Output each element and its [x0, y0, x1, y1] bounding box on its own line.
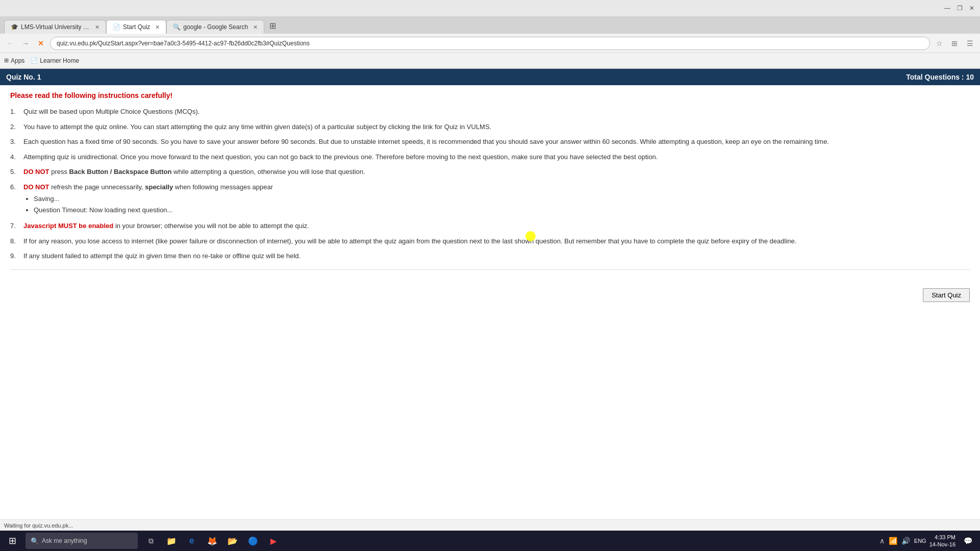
tab-google-title: google - Google Search [183, 23, 248, 31]
instruction-5-num: 5. [10, 167, 19, 177]
instruction-9-num: 9. [10, 251, 19, 261]
reload-button[interactable]: ✕ [35, 37, 47, 49]
instruction-1-num: 1. [10, 107, 19, 117]
instruction-5-text: DO NOT press Back Button / Backspace But… [23, 167, 365, 177]
start-quiz-area: Start Quiz [0, 284, 980, 306]
instruction-3-num: 3. [10, 137, 19, 147]
tab-lms-favicon: 🎓 [11, 23, 18, 31]
back-button[interactable]: ← [4, 37, 16, 49]
sub-item-saving: Saving... [34, 194, 273, 204]
start-quiz-button[interactable]: Start Quiz [923, 288, 970, 302]
instruction-9-text: If any student failed to attempt the qui… [23, 251, 300, 261]
sub-item-timeout: Question Timeout: Now loading next quest… [34, 205, 273, 215]
do-not-6: DO NOT [23, 183, 49, 191]
instruction-9: 9. If any student failed to attempt the … [10, 251, 970, 261]
minimize-button[interactable]: — [943, 4, 951, 12]
quiz-header: Quiz No. 1 Total Questions : 10 [0, 69, 980, 85]
js-enabled-text: Javascript MUST be enabled [23, 222, 113, 230]
extensions-button[interactable]: ⊞ [948, 37, 961, 49]
url-bar[interactable]: quiz.vu.edu.pk/QuizStart.aspx?ver=bae7a0… [50, 37, 930, 50]
window-controls: — ❐ ✕ [943, 4, 976, 12]
address-bar: ← → ✕ quiz.vu.edu.pk/QuizStart.aspx?ver=… [0, 34, 980, 53]
instructions-list: 1. Quiz will be based upon Multiple Choi… [10, 107, 970, 261]
instruction-7: 7. Javascript MUST be enabled in your br… [10, 221, 970, 231]
apps-icon: ⊞ [4, 57, 9, 64]
forward-button[interactable]: → [19, 37, 32, 49]
sub-list-6: Saving... Question Timeout: Now loading … [23, 194, 273, 215]
instruction-2-text: You have to attempt the quiz online. You… [23, 122, 491, 132]
tab-lms[interactable]: 🎓 LMS-Virtual University o... ✕ [4, 20, 106, 34]
content-divider [10, 269, 970, 270]
instruction-8: 8. If for any reason, you lose access to… [10, 236, 970, 246]
total-questions: Total Questions : 10 [906, 73, 974, 81]
instruction-2: 2. You have to attempt the quiz online. … [10, 122, 970, 132]
tab-lms-close[interactable]: ✕ [95, 24, 99, 31]
instruction-7-text: Javascript MUST be enabled in your brows… [23, 221, 309, 231]
instruction-1-text: Quiz will be based upon Multiple Choice … [23, 107, 199, 117]
menu-button[interactable]: ☰ [964, 37, 976, 49]
tab-startquiz-favicon: 📄 [113, 23, 120, 31]
instruction-4-text: Attempting quiz is unidirectional. Once … [23, 152, 658, 162]
close-button[interactable]: ✕ [968, 4, 976, 12]
tab-google-close[interactable]: ✕ [253, 24, 258, 31]
instruction-6-num: 6. [10, 182, 19, 216]
instruction-heading: Please read the following instructions c… [10, 91, 970, 99]
instruction-5: 5. DO NOT press Back Button / Backspace … [10, 167, 970, 177]
tab-startquiz-title: Start Quiz [123, 23, 150, 31]
instruction-3-text: Each question has a fixed time of 90 sec… [23, 137, 829, 147]
bookmark-apps[interactable]: ⊞ Apps [4, 57, 24, 64]
instruction-4: 4. Attempting quiz is unidirectional. On… [10, 152, 970, 162]
instruction-8-num: 8. [10, 236, 19, 246]
tab-google[interactable]: 🔍 google - Google Search ✕ [166, 20, 264, 34]
instruction-6-text: DO NOT refresh the page unnecessarily, s… [23, 182, 273, 216]
browser-chrome: — ❐ ✕ 🎓 LMS-Virtual University o... ✕ 📄 … [0, 0, 980, 69]
tab-bar: 🎓 LMS-Virtual University o... ✕ 📄 Start … [0, 16, 980, 34]
instruction-7-num: 7. [10, 221, 19, 231]
do-not-5: DO NOT [23, 168, 49, 176]
instruction-8-text: If for any reason, you lose access to in… [23, 236, 796, 246]
back-button-bold: Back Button / Backspace Button [69, 168, 172, 176]
bookmark-learner-home[interactable]: 📄 Learner Home [31, 57, 79, 64]
bookmark-button[interactable]: ☆ [933, 37, 945, 49]
instruction-1: 1. Quiz will be based upon Multiple Choi… [10, 107, 970, 117]
new-tab-button[interactable]: ⊞ [264, 18, 281, 34]
tab-startquiz-close[interactable]: ✕ [155, 24, 160, 31]
quiz-title: Quiz No. 1 [6, 73, 41, 81]
instruction-6: 6. DO NOT refresh the page unnecessarily… [10, 182, 970, 216]
page-content: Please read the following instructions c… [0, 85, 980, 284]
specially-text: specially [145, 183, 173, 191]
url-text: quiz.vu.edu.pk/QuizStart.aspx?ver=bae7a0… [57, 40, 310, 47]
bookmark-learner-home-label: Learner Home [40, 57, 79, 64]
bookmark-apps-label: Apps [11, 57, 24, 64]
title-bar: — ❐ ✕ [0, 0, 980, 16]
learner-home-icon: 📄 [31, 57, 38, 64]
bookmarks-bar: ⊞ Apps 📄 Learner Home [0, 53, 980, 68]
instruction-2-num: 2. [10, 122, 19, 132]
instruction-3: 3. Each question has a fixed time of 90 … [10, 137, 970, 147]
restore-button[interactable]: ❐ [956, 4, 964, 12]
instruction-4-num: 4. [10, 152, 19, 162]
tab-google-favicon: 🔍 [173, 23, 180, 31]
tab-startquiz[interactable]: 📄 Start Quiz ✕ [106, 20, 166, 34]
tab-lms-title: LMS-Virtual University o... [21, 23, 90, 31]
